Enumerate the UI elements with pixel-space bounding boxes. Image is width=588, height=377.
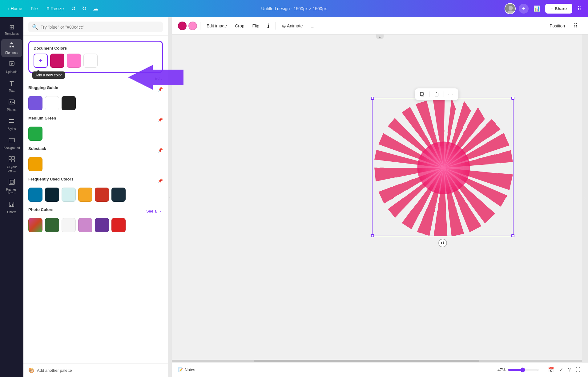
substack-color-1[interactable]: [28, 157, 42, 171]
add-color-button[interactable]: +: [34, 54, 48, 68]
calendar-button[interactable]: 📅: [547, 366, 555, 374]
blog-color-2[interactable]: [45, 96, 59, 110]
flip-button[interactable]: Flip: [249, 22, 263, 30]
notes-icon: 📝: [178, 367, 183, 372]
search-input[interactable]: [41, 25, 159, 30]
sidebar-item-elements[interactable]: Elements: [1, 39, 22, 57]
cloud-save-button[interactable]: ☁: [91, 3, 100, 14]
home-button[interactable]: ‹ Home: [5, 4, 25, 13]
blog-color-3[interactable]: [62, 96, 76, 110]
redo-button[interactable]: ↻: [80, 3, 88, 14]
doc-color-1[interactable]: [50, 54, 64, 68]
sidebar-item-frames[interactable]: Frames, Arro...: [1, 176, 22, 197]
medium-green-pin-icon[interactable]: 📌: [158, 117, 163, 122]
position-button[interactable]: Position: [546, 22, 568, 30]
file-button[interactable]: File: [28, 4, 41, 13]
notes-button[interactable]: 📝 Notes: [178, 367, 195, 372]
grid-dots-button[interactable]: ⠿: [570, 20, 582, 31]
frequently-pin-icon[interactable]: 📌: [158, 178, 163, 183]
photo-color-3[interactable]: [62, 218, 76, 232]
fullscreen-button[interactable]: ⛶: [574, 366, 582, 374]
main-layout: ⊞ Templates Elements Uploads T Text Phot…: [0, 17, 588, 377]
doc-color-3[interactable]: [83, 54, 98, 68]
sidebar-item-templates[interactable]: ⊞ Templates: [1, 21, 22, 38]
more-options-button[interactable]: ...: [308, 22, 317, 30]
more-element-options-button[interactable]: ···: [447, 90, 455, 98]
substack-pin-icon[interactable]: 📌: [158, 148, 163, 153]
sidebar-item-background[interactable]: Background: [1, 134, 22, 152]
sunburst-element[interactable]: ↺: [372, 98, 513, 236]
delete-element-button[interactable]: [433, 90, 441, 98]
page-scroll-bar[interactable]: [172, 360, 582, 362]
chart-icon-button[interactable]: 📊: [532, 3, 542, 14]
bottom-bar: 📝 Notes 47% 📅 ✓ ? ⛶: [172, 362, 588, 377]
svg-rect-24: [14, 202, 14, 207]
styles-icon: [8, 118, 15, 126]
secondary-color-pill[interactable]: [188, 22, 197, 30]
see-all-button[interactable]: See all ›: [144, 208, 163, 214]
svg-marker-26: [128, 65, 183, 90]
svg-rect-29: [435, 93, 438, 96]
frequently-used-header: Frequently Used Colors 📌: [28, 177, 163, 184]
photo-color-6[interactable]: [111, 218, 126, 232]
charts-icon: [8, 201, 15, 209]
top-collapse-handle[interactable]: ▲: [376, 34, 384, 39]
canvas-area: Edit image Crop Flip ℹ ◎ Animate ... Pos…: [172, 17, 588, 377]
rotate-handle[interactable]: ↺: [438, 239, 447, 247]
help-button[interactable]: ?: [567, 366, 572, 374]
substack-section: Substack 📌: [28, 146, 163, 171]
photo-color-5[interactable]: [95, 218, 109, 232]
zoom-slider[interactable]: [508, 367, 539, 372]
green-color-1[interactable]: [28, 127, 42, 141]
crop-button[interactable]: Crop: [232, 22, 247, 30]
sidebar-item-all-designs[interactable]: All your desi...: [1, 153, 22, 175]
edit-image-button[interactable]: Edit image: [203, 22, 230, 30]
freq-color-6[interactable]: [111, 188, 126, 202]
info-button[interactable]: ℹ: [264, 21, 272, 31]
check-circle-button[interactable]: ✓: [558, 366, 564, 374]
add-color-tooltip: Add a new color: [32, 71, 65, 79]
grid-view-button[interactable]: ⠿: [575, 3, 583, 14]
frequently-swatches: [28, 188, 163, 202]
zoom-control: 47%: [497, 367, 539, 372]
add-palette-button[interactable]: 🎨 Add another palette: [23, 363, 168, 377]
elements-icon: [8, 42, 15, 50]
copy-element-button[interactable]: [418, 90, 426, 98]
sidebar-item-charts[interactable]: Charts: [1, 198, 22, 216]
blogging-swatches: [28, 96, 163, 110]
avatar[interactable]: [505, 3, 516, 14]
sidebar-item-text[interactable]: T Text: [1, 77, 22, 95]
primary-color-pill[interactable]: [178, 22, 187, 30]
search-input-wrap[interactable]: 🔍: [28, 22, 163, 32]
undo-button[interactable]: ↺: [69, 3, 78, 14]
add-user-button[interactable]: +: [519, 4, 529, 14]
freq-color-1[interactable]: [28, 188, 42, 202]
right-collapse-panel[interactable]: ›: [582, 34, 588, 362]
collapse-icon: ‹: [169, 196, 170, 199]
zoom-level: 47%: [497, 367, 505, 372]
toolbar-separator-1: [200, 22, 200, 30]
sidebar-item-styles[interactable]: Styles: [1, 115, 22, 133]
sidebar-icons: ⊞ Templates Elements Uploads T Text Phot…: [0, 17, 23, 377]
medium-green-title: Medium Green: [28, 116, 56, 120]
templates-icon: ⊞: [9, 23, 14, 31]
freq-color-4[interactable]: [78, 188, 92, 202]
photo-color-4[interactable]: [78, 218, 92, 232]
svg-point-1: [509, 6, 513, 10]
photo-color-1[interactable]: [28, 218, 42, 232]
freq-color-2[interactable]: [45, 188, 59, 202]
sidebar-item-uploads[interactable]: Uploads: [1, 58, 22, 76]
substack-header: Substack 📌: [28, 146, 163, 154]
share-button[interactable]: ↑ Share: [545, 4, 572, 14]
blog-color-1[interactable]: [28, 96, 42, 110]
resize-button[interactable]: ⊞ Resize: [43, 4, 67, 13]
freq-color-3[interactable]: [62, 188, 76, 202]
canvas-viewport[interactable]: › ···: [172, 34, 588, 362]
freq-color-5[interactable]: [95, 188, 109, 202]
toolbar-separator-2: [276, 22, 276, 30]
photo-color-2[interactable]: [45, 218, 59, 232]
svg-rect-17: [12, 160, 14, 162]
animate-button[interactable]: ◎ Animate: [279, 22, 306, 30]
sidebar-item-photos[interactable]: Photos: [1, 96, 22, 114]
doc-color-2[interactable]: [67, 54, 81, 68]
